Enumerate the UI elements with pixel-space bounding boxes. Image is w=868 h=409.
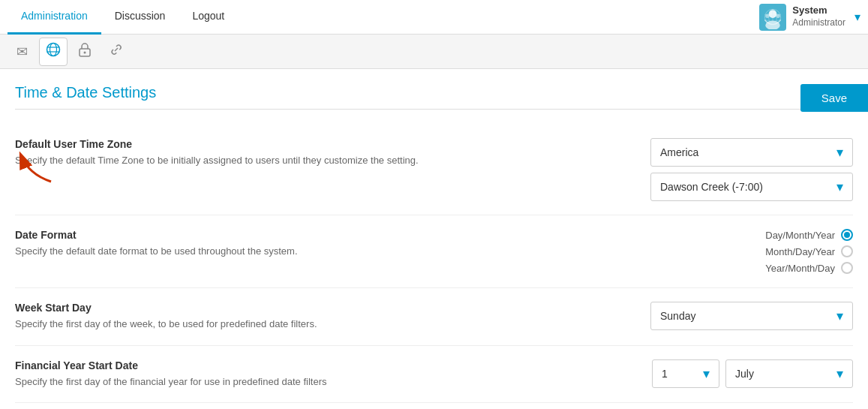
radio-day-month-year-label: Day/Month/Year bbox=[765, 230, 835, 241]
radio-month-day-year-circle bbox=[841, 245, 853, 257]
radio-year-month-day-label: Year/Month/Day bbox=[765, 263, 835, 274]
financial-day-dropdown[interactable]: 1 ▾ bbox=[652, 359, 719, 388]
user-dropdown-arrow[interactable]: ▾ bbox=[854, 10, 860, 24]
svg-point-8 bbox=[47, 44, 60, 56]
lock-icon bbox=[78, 42, 92, 61]
timezone-region-value: America bbox=[660, 146, 698, 158]
setting-row-financialyear: Financial Year Start Date Specify the fi… bbox=[15, 346, 853, 404]
weekstart-desc: Specify the first day of the week, to be… bbox=[15, 317, 503, 332]
timezone-control: America ▾ Dawson Creek (-7:00) ▾ bbox=[643, 138, 853, 201]
top-navigation: Administration Discussion Logout bbox=[0, 0, 868, 35]
setting-row-timezone: Default User Time Zone Specify the defau… bbox=[15, 125, 853, 215]
financial-day-value: 1 bbox=[662, 368, 668, 380]
weekstart-value: Sunday bbox=[660, 310, 695, 322]
radio-month-day-year-label: Month/Day/Year bbox=[765, 246, 835, 257]
main-content: Time & Date Settings ▾ Save Default User… bbox=[0, 69, 868, 409]
dateformat-radio-group: Day/Month/Year Month/Day/Year Year/Month… bbox=[765, 229, 853, 274]
dateformat-control: Day/Month/Year Month/Day/Year Year/Month… bbox=[643, 229, 853, 274]
weekstart-label-group: Week Start Day Specify the first day of … bbox=[15, 302, 503, 332]
weekstart-label: Week Start Day bbox=[15, 302, 503, 314]
radio-year-month-day[interactable]: Year/Month/Day bbox=[765, 262, 853, 274]
financial-day-arrow: ▾ bbox=[703, 365, 710, 382]
timezone-zone-dropdown[interactable]: Dawson Creek (-7:00) ▾ bbox=[650, 173, 853, 201]
link-icon bbox=[109, 42, 124, 61]
financialyear-label: Financial Year Start Date bbox=[15, 359, 503, 371]
nav-item-discussion[interactable]: Discussion bbox=[101, 0, 179, 35]
weekstart-dropdown[interactable]: Sunday ▾ bbox=[650, 302, 853, 330]
nav-item-logout[interactable]: Logout bbox=[179, 0, 238, 35]
radio-day-month-year[interactable]: Day/Month/Year bbox=[765, 229, 853, 241]
financial-month-dropdown[interactable]: July ▾ bbox=[725, 359, 853, 388]
financial-year-inputs: 1 ▾ July ▾ bbox=[652, 359, 853, 388]
financialyear-label-group: Financial Year Start Date Specify the fi… bbox=[15, 359, 503, 389]
financial-month-arrow: ▾ bbox=[836, 365, 843, 382]
radio-year-month-day-circle bbox=[841, 262, 853, 274]
timezone-label: Default User Time Zone bbox=[15, 138, 503, 150]
timezone-zone-arrow: ▾ bbox=[836, 179, 843, 195]
dateformat-desc: Specify the default date format to be us… bbox=[15, 244, 503, 259]
svg-point-13 bbox=[84, 52, 86, 54]
dateformat-label-group: Date Format Specify the default date for… bbox=[15, 229, 503, 259]
nav-right: System Administrator ▾ bbox=[759, 4, 860, 31]
save-button[interactable]: Save bbox=[800, 84, 868, 112]
financial-month-value: July bbox=[735, 368, 754, 380]
section-header: Time & Date Settings ▾ bbox=[15, 84, 853, 110]
globe-icon-btn[interactable] bbox=[39, 38, 68, 66]
section-title: Time & Date Settings bbox=[15, 84, 156, 101]
nav-left: Administration Discussion Logout bbox=[8, 0, 759, 35]
avatar bbox=[759, 4, 786, 31]
timezone-desc: Specify the default Time Zone to be init… bbox=[15, 153, 503, 168]
lock-icon-btn[interactable] bbox=[71, 38, 99, 66]
svg-point-9 bbox=[50, 44, 57, 56]
link-icon-btn[interactable] bbox=[102, 38, 131, 66]
nav-item-administration[interactable]: Administration bbox=[8, 0, 101, 35]
radio-day-month-year-circle bbox=[841, 229, 853, 241]
icon-toolbar: ✉ bbox=[0, 35, 868, 69]
user-info: System Administrator bbox=[792, 5, 845, 29]
timezone-label-group: Default User Time Zone Specify the defau… bbox=[15, 138, 503, 168]
email-icon: ✉ bbox=[17, 44, 28, 60]
timezone-region-arrow: ▾ bbox=[836, 144, 843, 161]
weekstart-arrow: ▾ bbox=[836, 308, 843, 324]
timezone-region-dropdown[interactable]: America ▾ bbox=[650, 138, 853, 167]
setting-row-dateformat: Date Format Specify the default date for… bbox=[15, 215, 853, 288]
timezone-zone-value: Dawson Creek (-7:00) bbox=[660, 181, 763, 193]
financialyear-desc: Specify the first day of the financial y… bbox=[15, 374, 503, 389]
email-icon-btn[interactable]: ✉ bbox=[8, 38, 36, 66]
financialyear-control: 1 ▾ July ▾ bbox=[643, 359, 853, 388]
setting-row-weekstart: Week Start Day Specify the first day of … bbox=[15, 288, 853, 346]
dateformat-label: Date Format bbox=[15, 229, 503, 241]
globe-icon bbox=[46, 42, 61, 61]
radio-month-day-year[interactable]: Month/Day/Year bbox=[765, 245, 853, 257]
weekstart-control: Sunday ▾ bbox=[643, 302, 853, 330]
